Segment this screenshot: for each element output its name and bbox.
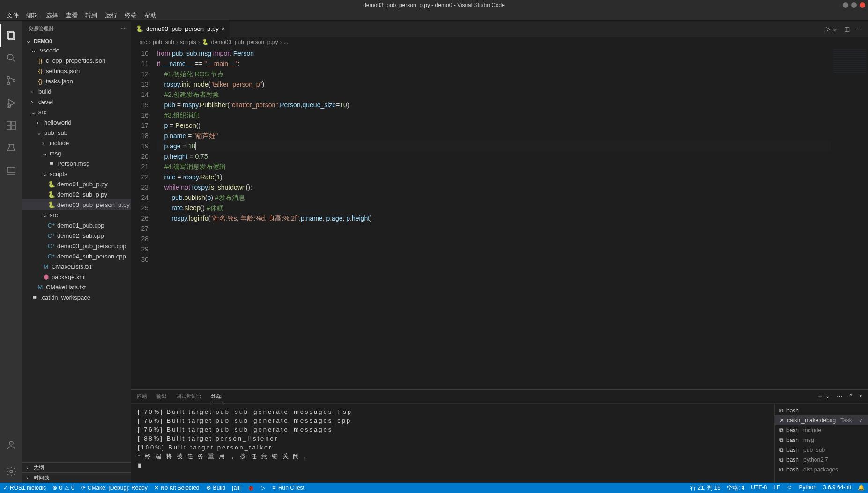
- file-demo01cpp[interactable]: C⁺demo01_pub.cpp: [22, 220, 131, 230]
- sb-kit[interactable]: ✕No Kit Selected: [151, 483, 203, 493]
- bc-scripts[interactable]: scripts: [180, 39, 196, 45]
- settings-icon[interactable]: [0, 460, 22, 483]
- sb-spaces[interactable]: 空格: 4: [724, 484, 748, 492]
- terminal-item[interactable]: ⧉bashpython2.7: [775, 455, 868, 464]
- menu-edit[interactable]: 编辑: [22, 11, 42, 20]
- panel-tab-problems[interactable]: 问题: [137, 391, 147, 402]
- bc-more[interactable]: ...: [284, 39, 289, 45]
- outline-section[interactable]: ›大纲: [22, 462, 131, 472]
- editor-body[interactable]: 1011121314151617181920212223242526272829…: [131, 47, 868, 389]
- menu-view[interactable]: 查看: [62, 11, 82, 20]
- folder-helloworld[interactable]: ›helloworld: [22, 117, 131, 127]
- remote-icon[interactable]: [0, 159, 22, 182]
- file-catkinws[interactable]: ≡.catkin_workspace: [22, 292, 131, 302]
- file-settings[interactable]: {}settings.json: [22, 66, 131, 76]
- sb-feedback-icon[interactable]: ☺: [783, 484, 795, 491]
- menu-select[interactable]: 选择: [42, 11, 62, 20]
- tab-demo03[interactable]: 🐍 demo03_pub_person_p.py ×: [131, 21, 230, 37]
- maximize-button[interactable]: [851, 2, 857, 8]
- sb-encoding[interactable]: UTF-8: [748, 484, 770, 491]
- maximize-panel-icon[interactable]: ^: [849, 392, 852, 401]
- sb-build[interactable]: ⚙Build: [203, 483, 229, 493]
- file-cmake1[interactable]: MCMakeLists.txt: [22, 261, 131, 272]
- sb-position[interactable]: 行 21, 列 15: [687, 484, 724, 492]
- file-demo03py[interactable]: 🐍demo03_pub_person_p.py: [22, 199, 131, 210]
- run-dropdown-icon[interactable]: ⌄: [832, 25, 838, 32]
- sb-bell-icon[interactable]: 🔔: [854, 484, 868, 491]
- folder-include[interactable]: ›include: [22, 138, 131, 148]
- file-demo04cpp[interactable]: C⁺demo04_sub_person.cpp: [22, 251, 131, 261]
- folder-vscode[interactable]: ⌄.vscode: [22, 45, 131, 55]
- file-demo02cpp[interactable]: C⁺demo02_sub.cpp: [22, 230, 131, 241]
- file-tree[interactable]: ⌄DEMO0 ⌄.vscode {}c_cpp_properties.json …: [22, 37, 131, 462]
- scm-icon[interactable]: [0, 69, 22, 92]
- terminal-item[interactable]: ⧉bashpub_sub: [775, 445, 868, 455]
- close-button[interactable]: [860, 2, 865, 8]
- menu-goto[interactable]: 转到: [82, 11, 101, 20]
- menu-help[interactable]: 帮助: [141, 11, 160, 20]
- file-demo03cpp[interactable]: C⁺demo03_pub_person.cpp: [22, 241, 131, 251]
- minimap[interactable]: [831, 47, 868, 389]
- terminal-item[interactable]: ✕catkin_make:debugTask✓: [775, 415, 868, 425]
- search-icon[interactable]: [0, 47, 22, 69]
- account-icon[interactable]: [0, 434, 22, 456]
- file-demo01py[interactable]: 🐍demo01_pub_p.py: [22, 179, 131, 189]
- sb-lang[interactable]: Python: [796, 484, 820, 491]
- terminal-dropdown-icon[interactable]: ⌄: [825, 392, 830, 401]
- testing-icon[interactable]: [0, 137, 22, 159]
- sidebar-title: 资源管理器: [28, 25, 54, 32]
- terminal-item[interactable]: ⧉bash: [775, 405, 868, 415]
- sb-ctest[interactable]: ✕Run CTest: [268, 483, 308, 493]
- file-personmsg[interactable]: ≡Person.msg: [22, 158, 131, 169]
- tab-close-icon[interactable]: ×: [222, 25, 225, 32]
- bc-src[interactable]: src: [140, 39, 147, 45]
- file-ccpp[interactable]: {}c_cpp_properties.json: [22, 55, 131, 66]
- file-demo02py[interactable]: 🐍demo02_sub_p.py: [22, 189, 131, 199]
- run-icon[interactable]: ▷: [826, 25, 831, 32]
- sb-pyver[interactable]: 3.6.9 64-bit: [820, 484, 854, 491]
- bc-pubsub[interactable]: pub_sub: [153, 39, 174, 45]
- panel-more-icon[interactable]: ⋯: [837, 392, 843, 401]
- breadcrumb[interactable]: src› pub_sub› scripts› 🐍 demo03_pub_pers…: [131, 37, 868, 47]
- sb-debug-btn[interactable]: 🐞: [244, 483, 258, 493]
- sb-errors[interactable]: ⊗0⚠0: [49, 483, 77, 493]
- folder-devel[interactable]: ›devel: [22, 96, 131, 107]
- folder-scripts[interactable]: ⌄scripts: [22, 169, 131, 179]
- panel-tab-terminal[interactable]: 终端: [211, 391, 222, 402]
- file-tasks[interactable]: {}tasks.json: [22, 76, 131, 86]
- menu-file[interactable]: 文件: [3, 11, 22, 20]
- folder-build[interactable]: ›build: [22, 86, 131, 96]
- sb-ros[interactable]: ✓ROS1.melodic: [0, 483, 49, 493]
- split-editor-icon[interactable]: ◫: [844, 25, 850, 32]
- sb-target[interactable]: [all]: [229, 483, 244, 493]
- terminal-item[interactable]: ⧉bashinclude: [775, 425, 868, 435]
- panel-tab-output[interactable]: 输出: [156, 391, 167, 402]
- debug-icon[interactable]: [0, 92, 22, 114]
- file-cmake2[interactable]: MCMakeLists.txt: [22, 282, 131, 292]
- explorer-icon[interactable]: [0, 24, 22, 47]
- close-panel-icon[interactable]: ×: [859, 392, 862, 401]
- sb-cmake[interactable]: ⟳CMake: [Debug]: Ready: [78, 483, 151, 493]
- extensions-icon[interactable]: [0, 114, 22, 137]
- terminal-output[interactable]: [ 70%] Built target pub_sub_generate_mes…: [131, 404, 774, 483]
- folder-msg[interactable]: ⌄msg: [22, 148, 131, 158]
- folder-pubsub[interactable]: ⌄pub_sub: [22, 127, 131, 138]
- sb-eol[interactable]: LF: [770, 484, 783, 491]
- workspace-root[interactable]: ⌄DEMO0: [22, 37, 131, 45]
- menu-run[interactable]: 运行: [101, 11, 121, 20]
- sidebar-more-icon[interactable]: ⋯: [120, 26, 126, 32]
- folder-src[interactable]: ⌄src: [22, 107, 131, 117]
- menu-terminal[interactable]: 终端: [121, 11, 141, 20]
- new-terminal-icon[interactable]: ＋: [817, 392, 823, 401]
- minimize-button[interactable]: [843, 2, 848, 8]
- bc-file[interactable]: demo03_pub_person_p.py: [211, 39, 278, 45]
- code-area[interactable]: from pub_sub.msg import Person if __name…: [157, 47, 868, 389]
- timeline-section[interactable]: ›时间线: [22, 472, 131, 483]
- sb-run-btn[interactable]: ▷: [258, 483, 268, 493]
- file-pkg[interactable]: ⬢package.xml: [22, 272, 131, 282]
- panel-tab-debug[interactable]: 调试控制台: [176, 391, 202, 402]
- folder-src-inner[interactable]: ⌄src: [22, 210, 131, 220]
- editor-more-icon[interactable]: ⋯: [856, 25, 862, 32]
- terminal-item[interactable]: ⧉bashmsg: [775, 435, 868, 445]
- terminal-item[interactable]: ⧉bashdist-packages: [775, 464, 868, 474]
